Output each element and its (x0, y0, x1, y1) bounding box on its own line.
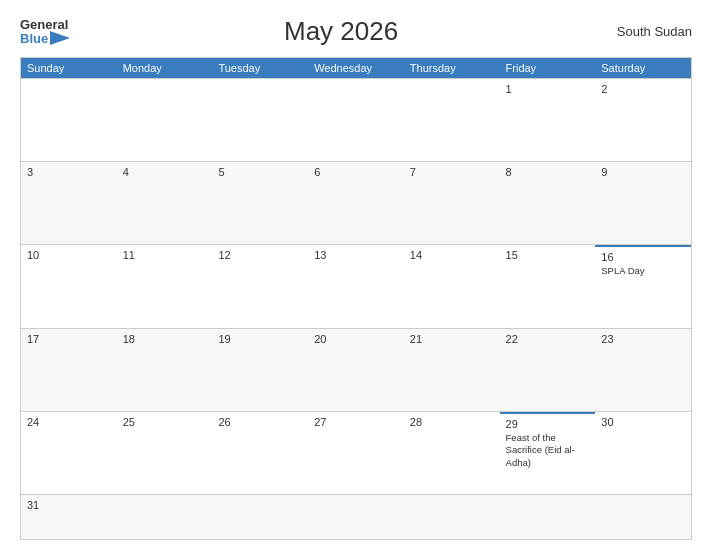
day-25: 25 (117, 412, 213, 494)
day-17: 17 (21, 329, 117, 411)
header-tuesday: Tuesday (212, 58, 308, 78)
header: General Blue May 2026 South Sudan (20, 16, 692, 47)
calendar-body: 1 2 3 4 5 6 7 8 9 10 11 12 13 14 15 (21, 78, 691, 539)
week-4: 17 18 19 20 21 22 23 (21, 328, 691, 411)
week-3: 10 11 12 13 14 15 16 SPLA Day (21, 244, 691, 327)
day-10: 10 (21, 245, 117, 327)
day-26: 26 (212, 412, 308, 494)
day-cell (308, 79, 404, 161)
day-empty (404, 495, 500, 539)
day-empty (212, 495, 308, 539)
day-19: 19 (212, 329, 308, 411)
calendar-header-row: Sunday Monday Tuesday Wednesday Thursday… (21, 58, 691, 78)
day-27: 27 (308, 412, 404, 494)
header-saturday: Saturday (595, 58, 691, 78)
day-7: 7 (404, 162, 500, 244)
day-30: 30 (595, 412, 691, 494)
header-friday: Friday (500, 58, 596, 78)
week-2: 3 4 5 6 7 8 9 (21, 161, 691, 244)
day-cell (21, 79, 117, 161)
week-5: 24 25 26 27 28 29 Feast of the Sacrifice… (21, 411, 691, 494)
day-8: 8 (500, 162, 596, 244)
day-12: 12 (212, 245, 308, 327)
day-empty (117, 495, 213, 539)
day-cell (117, 79, 213, 161)
header-wednesday: Wednesday (308, 58, 404, 78)
day-18: 18 (117, 329, 213, 411)
header-monday: Monday (117, 58, 213, 78)
day-16: 16 SPLA Day (595, 245, 691, 327)
day-11: 11 (117, 245, 213, 327)
country-label: South Sudan (612, 24, 692, 39)
logo-blue-text: Blue (20, 31, 70, 45)
logo-general-text: General (20, 18, 70, 31)
calendar-grid: Sunday Monday Tuesday Wednesday Thursday… (20, 57, 692, 540)
eid-label: Feast of the Sacrifice (Eid al-Adha) (506, 432, 590, 469)
logo: General Blue (20, 18, 70, 45)
day-13: 13 (308, 245, 404, 327)
day-4: 4 (117, 162, 213, 244)
month-title: May 2026 (70, 16, 612, 47)
day-29: 29 Feast of the Sacrifice (Eid al-Adha) (500, 412, 596, 494)
day-empty (308, 495, 404, 539)
header-sunday: Sunday (21, 58, 117, 78)
day-24: 24 (21, 412, 117, 494)
day-3: 3 (21, 162, 117, 244)
day-28: 28 (404, 412, 500, 494)
week-1: 1 2 (21, 78, 691, 161)
day-9: 9 (595, 162, 691, 244)
week-6: 31 (21, 494, 691, 539)
spla-day-label: SPLA Day (601, 265, 685, 277)
day-empty (500, 495, 596, 539)
day-14: 14 (404, 245, 500, 327)
day-empty (595, 495, 691, 539)
logo-flag-icon (50, 31, 70, 45)
day-cell (404, 79, 500, 161)
day-31: 31 (21, 495, 117, 539)
header-thursday: Thursday (404, 58, 500, 78)
day-23: 23 (595, 329, 691, 411)
day-6: 6 (308, 162, 404, 244)
day-2: 2 (595, 79, 691, 161)
day-20: 20 (308, 329, 404, 411)
calendar-page: General Blue May 2026 South Sudan Sunday… (0, 0, 712, 550)
day-1: 1 (500, 79, 596, 161)
day-cell (212, 79, 308, 161)
day-5: 5 (212, 162, 308, 244)
day-21: 21 (404, 329, 500, 411)
day-22: 22 (500, 329, 596, 411)
svg-marker-0 (50, 31, 70, 45)
day-15: 15 (500, 245, 596, 327)
